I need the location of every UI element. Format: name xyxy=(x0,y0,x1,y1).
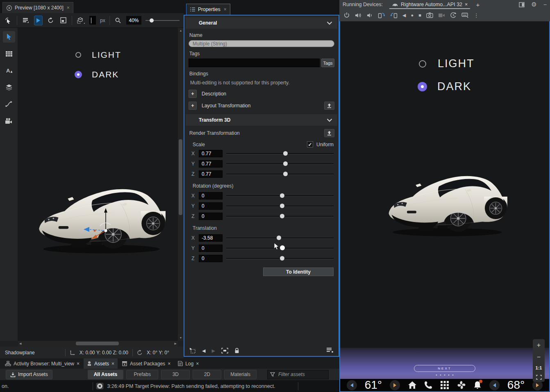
asset-tab-3d[interactable]: 3D xyxy=(161,370,190,379)
slider-thumb-active[interactable] xyxy=(280,245,285,250)
asset-tab-materials[interactable]: Materials xyxy=(224,370,257,379)
zoom-slider[interactable] xyxy=(145,18,180,23)
tab-log[interactable]: Log × xyxy=(175,358,202,369)
android-overview-icon[interactable]: ■ xyxy=(418,13,421,18)
vertical-scrollbar-thumb[interactable] xyxy=(179,139,182,215)
device-radio-dark-ring[interactable] xyxy=(418,82,427,91)
add-device-tab-button[interactable]: + xyxy=(476,1,480,8)
zoom-out-button[interactable]: − xyxy=(537,353,541,361)
slider-thumb[interactable] xyxy=(283,161,288,166)
tags-button[interactable]: Tags xyxy=(321,59,334,67)
deselect-icon[interactable] xyxy=(189,347,196,354)
chevron-down-icon[interactable] xyxy=(327,21,332,25)
history-forward-icon[interactable]: ▶ xyxy=(211,348,215,353)
add-layout-transformation-button[interactable]: + xyxy=(189,102,197,110)
connections-icon[interactable] xyxy=(3,98,15,110)
radio-dark-ring[interactable] xyxy=(75,71,82,78)
zoom-slider-thumb[interactable] xyxy=(150,18,154,23)
grid-view-icon[interactable] xyxy=(3,48,15,59)
tab-asset-packages[interactable]: Asset Packages × xyxy=(118,358,174,369)
pointer-tool-icon[interactable] xyxy=(3,31,15,43)
snapshots-icon[interactable] xyxy=(450,12,457,18)
reset-preview-icon[interactable] xyxy=(47,16,55,25)
screen-record-icon[interactable] xyxy=(438,13,445,18)
asset-filter-box[interactable] xyxy=(267,370,329,379)
asset-tab-prefabs[interactable]: Prefabs xyxy=(126,370,158,379)
tags-input[interactable] xyxy=(189,59,320,67)
rotation-z-input[interactable] xyxy=(199,213,223,220)
asset-tab-2d[interactable]: 2D xyxy=(193,370,221,379)
temp-left-down-button[interactable] xyxy=(347,380,357,390)
push-to-prefab-icon[interactable] xyxy=(324,102,334,110)
volume-down-icon[interactable] xyxy=(367,12,373,18)
translation-x-slider[interactable] xyxy=(226,235,334,241)
scale-z-input[interactable] xyxy=(199,170,223,178)
import-assets-button[interactable]: Import Assets xyxy=(6,370,52,379)
device-screen[interactable]: LIGHT DARK NEXT 61° 68° xyxy=(339,21,550,392)
device-radio-light-ring[interactable] xyxy=(419,60,426,68)
tab-properties[interactable]: Properties × xyxy=(186,4,230,15)
viewport-box-icon[interactable] xyxy=(59,16,68,25)
translation-y-input[interactable] xyxy=(199,245,223,252)
scale-x-slider[interactable] xyxy=(226,151,334,156)
tab-assets[interactable]: Assets × xyxy=(84,358,118,369)
horizontal-scrollbar-thumb[interactable] xyxy=(76,342,119,345)
slider-thumb[interactable] xyxy=(280,214,284,218)
slider-thumb[interactable] xyxy=(283,151,288,156)
select-tool-icon[interactable] xyxy=(4,16,13,25)
camera-tool-icon[interactable] xyxy=(3,115,15,127)
temp-left-up-button[interactable] xyxy=(390,380,400,390)
scale-x-input[interactable] xyxy=(199,150,223,157)
uniform-checkbox[interactable]: ✓ xyxy=(307,141,313,147)
rotate-right-icon[interactable] xyxy=(390,12,398,18)
minimize-icon[interactable]: − xyxy=(543,1,547,8)
scale-y-input[interactable] xyxy=(199,160,223,168)
android-home-icon[interactable]: ● xyxy=(411,13,414,18)
next-button[interactable]: NEXT xyxy=(414,365,475,372)
home-nav-icon[interactable] xyxy=(408,381,417,389)
phone-nav-icon[interactable] xyxy=(424,381,432,389)
device-tab[interactable]: Rightware Automo...API 32 × xyxy=(389,0,470,9)
scale-y-slider[interactable] xyxy=(226,161,334,167)
radio-dark[interactable]: DARK xyxy=(75,70,119,79)
structure-view-icon[interactable] xyxy=(21,16,30,25)
section-transform3d[interactable]: Transform 3D xyxy=(186,114,337,126)
push-to-prefab-icon[interactable] xyxy=(324,129,334,137)
tab-close-icon[interactable]: × xyxy=(168,361,170,367)
device-radio-dark[interactable]: DARK xyxy=(418,80,471,93)
device-tab-close-icon[interactable]: × xyxy=(465,2,468,7)
tab-preview-close-icon[interactable]: × xyxy=(67,5,70,11)
scroll-down-icon[interactable]: ▼ xyxy=(180,335,182,341)
translation-z-slider[interactable] xyxy=(226,256,334,261)
tab-close-icon[interactable]: × xyxy=(196,361,199,367)
rotation-x-input[interactable] xyxy=(199,192,223,199)
translation-y-slider[interactable] xyxy=(226,245,334,251)
asset-filter-input[interactable] xyxy=(277,371,326,378)
zoom-in-button[interactable]: + xyxy=(537,342,541,349)
horizontal-scrollbar[interactable]: ◀ ▶ xyxy=(18,341,178,347)
transform-gizmo[interactable] xyxy=(82,206,131,247)
power-icon[interactable] xyxy=(343,12,350,18)
gear-icon[interactable]: ⚙ xyxy=(531,1,536,8)
slider-thumb[interactable] xyxy=(277,236,281,240)
lock-icon[interactable] xyxy=(234,348,239,353)
play-preview-button[interactable] xyxy=(34,16,43,25)
tab-preview[interactable]: Preview [1080 x 2400] × xyxy=(2,2,73,13)
temp-right-down-button[interactable] xyxy=(489,380,500,390)
history-back-icon[interactable]: ◀ xyxy=(202,348,205,353)
tab-close-icon[interactable]: × xyxy=(111,361,114,367)
zoom-one-to-one-button[interactable]: 1:1 xyxy=(536,365,542,370)
rotation-x-slider[interactable] xyxy=(226,193,334,199)
rotation-y-input[interactable] xyxy=(199,202,223,210)
screenshot-icon[interactable] xyxy=(426,12,433,18)
virtual-sensors-icon[interactable] xyxy=(461,12,469,18)
section-general[interactable]: General xyxy=(186,17,337,29)
scale-z-slider[interactable] xyxy=(226,171,334,177)
android-back-icon[interactable]: ◀ xyxy=(402,13,406,18)
scroll-up-icon[interactable]: ▲ xyxy=(180,28,182,34)
add-description-button[interactable]: + xyxy=(189,90,197,98)
apps-grid-icon[interactable] xyxy=(440,381,449,390)
rotation-z-slider[interactable] xyxy=(226,213,334,219)
preview-canvas[interactable]: LIGHT DARK xyxy=(18,28,178,341)
notifications-bell-icon[interactable] xyxy=(473,381,482,390)
